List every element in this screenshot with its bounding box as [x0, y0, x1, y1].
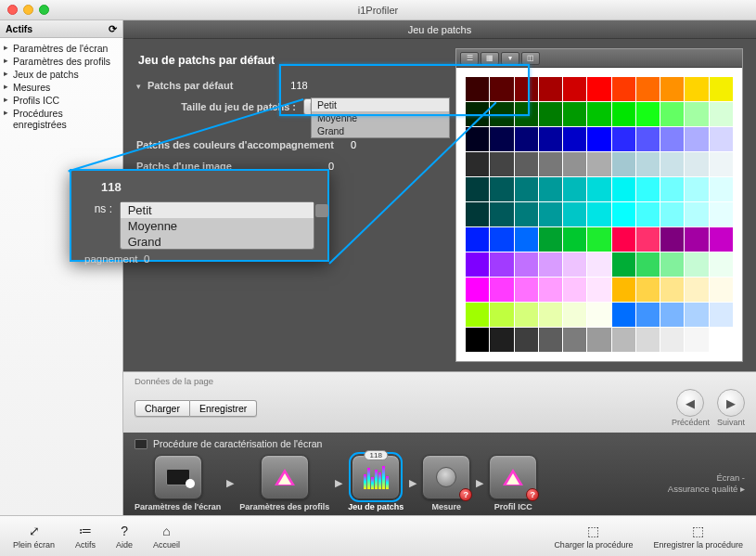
color-swatch[interactable]: [636, 328, 660, 352]
workflow-step[interactable]: Paramètres de l'écran: [135, 455, 221, 511]
color-swatch[interactable]: [563, 127, 586, 151]
color-swatch[interactable]: [515, 202, 538, 226]
color-swatch[interactable]: [685, 328, 708, 352]
sidebar-item[interactable]: Paramètres des profils: [0, 55, 122, 68]
color-swatch[interactable]: [515, 177, 538, 201]
color-swatch[interactable]: [587, 177, 610, 201]
color-swatch[interactable]: [660, 252, 684, 277]
color-swatch[interactable]: [685, 77, 708, 101]
color-swatch[interactable]: [660, 77, 684, 101]
dropdown-option[interactable]: Grand: [121, 234, 314, 250]
color-swatch[interactable]: [563, 152, 586, 176]
color-swatch[interactable]: [612, 177, 635, 201]
color-swatch[interactable]: [490, 278, 513, 302]
color-swatch[interactable]: [612, 152, 635, 176]
color-swatch[interactable]: [685, 252, 708, 277]
color-swatch[interactable]: [490, 227, 513, 252]
load-button[interactable]: Charger: [135, 400, 190, 417]
color-swatch[interactable]: [685, 102, 708, 126]
color-swatch[interactable]: [515, 328, 538, 352]
color-swatch[interactable]: [710, 77, 733, 101]
color-swatch[interactable]: [563, 77, 586, 101]
color-swatch[interactable]: [636, 252, 660, 277]
color-swatch[interactable]: [685, 227, 708, 252]
color-swatch[interactable]: [587, 152, 610, 176]
sidebar-item[interactable]: Procédures enregistrées: [0, 107, 122, 131]
view-grid-icon[interactable]: ▦: [481, 52, 499, 65]
help-button[interactable]: ? Aide: [116, 524, 133, 550]
color-swatch[interactable]: [466, 152, 489, 176]
color-swatch[interactable]: [490, 303, 513, 327]
color-swatch[interactable]: [539, 303, 562, 327]
color-swatch[interactable]: [563, 252, 586, 277]
next-button[interactable]: ▶: [717, 389, 745, 417]
color-swatch[interactable]: [710, 227, 733, 252]
color-swatch[interactable]: [685, 127, 708, 151]
color-swatch[interactable]: [587, 278, 610, 302]
color-swatch[interactable]: [612, 328, 635, 352]
color-swatch[interactable]: [710, 127, 733, 151]
color-swatch[interactable]: [612, 202, 635, 226]
color-swatch[interactable]: [636, 177, 660, 201]
color-swatch[interactable]: [660, 303, 684, 327]
color-swatch[interactable]: [563, 278, 586, 302]
color-swatch[interactable]: [660, 127, 684, 151]
color-swatch[interactable]: [660, 202, 684, 226]
color-swatch[interactable]: [563, 328, 586, 352]
color-swatch[interactable]: [515, 303, 538, 327]
prev-button[interactable]: ◀: [676, 389, 704, 417]
color-swatch[interactable]: [490, 177, 513, 201]
color-swatch[interactable]: [539, 127, 562, 151]
color-swatch[interactable]: [710, 152, 733, 176]
color-swatch[interactable]: [636, 152, 660, 176]
view-list-icon[interactable]: ☰: [460, 52, 479, 65]
color-swatch[interactable]: [636, 202, 660, 226]
color-swatch[interactable]: [660, 177, 684, 201]
color-swatch[interactable]: [685, 202, 708, 226]
dropdown-option[interactable]: Grand: [312, 124, 449, 137]
color-swatch[interactable]: [515, 278, 538, 302]
color-swatch[interactable]: [515, 252, 538, 277]
dropdown-option[interactable]: Moyenne: [312, 111, 449, 124]
color-swatch[interactable]: [539, 102, 562, 126]
color-swatch[interactable]: [466, 177, 489, 201]
color-swatch[interactable]: [587, 252, 610, 277]
color-swatch[interactable]: [563, 303, 586, 327]
sidebar-item[interactable]: Profils ICC: [0, 94, 122, 107]
color-swatch[interactable]: [612, 102, 635, 126]
color-swatch[interactable]: [587, 227, 610, 252]
workflow-step[interactable]: Paramètres des profils: [239, 455, 329, 511]
color-swatch[interactable]: [636, 127, 660, 151]
color-swatch[interactable]: [539, 152, 562, 176]
color-swatch[interactable]: [515, 152, 538, 176]
assets-button[interactable]: ≔ Actifs: [75, 524, 96, 550]
color-swatch[interactable]: [710, 328, 733, 352]
color-swatch[interactable]: [636, 77, 660, 101]
disclosure-icon[interactable]: [136, 80, 147, 91]
color-swatch[interactable]: [660, 152, 684, 176]
color-swatch[interactable]: [515, 127, 538, 151]
workflow-step-active[interactable]: 118 Jeu de patchs: [348, 455, 404, 511]
color-swatch[interactable]: [466, 77, 489, 101]
color-swatch[interactable]: [685, 152, 708, 176]
fullscreen-button[interactable]: ⤢ Plein écran: [13, 524, 55, 550]
color-swatch[interactable]: [612, 227, 635, 252]
patch-size-options[interactable]: Petit Moyenne Grand: [311, 97, 450, 138]
color-swatch[interactable]: [539, 227, 562, 252]
color-swatch[interactable]: [490, 202, 513, 226]
chevron-right-icon[interactable]: ▸: [740, 484, 745, 494]
color-swatch[interactable]: [710, 252, 733, 277]
color-swatch[interactable]: [539, 202, 562, 226]
color-swatch[interactable]: [563, 102, 586, 126]
color-swatch[interactable]: [490, 77, 513, 101]
color-swatch[interactable]: [515, 227, 538, 252]
color-swatch[interactable]: [587, 303, 610, 327]
color-swatch[interactable]: [710, 278, 733, 302]
color-swatch[interactable]: [563, 202, 586, 226]
window-icon[interactable]: ◫: [521, 52, 540, 65]
color-swatch[interactable]: [490, 152, 513, 176]
sidebar-item[interactable]: Jeux de patchs: [0, 68, 122, 81]
color-swatch[interactable]: [636, 102, 660, 126]
color-swatch[interactable]: [563, 227, 586, 252]
color-swatch[interactable]: [612, 77, 635, 101]
